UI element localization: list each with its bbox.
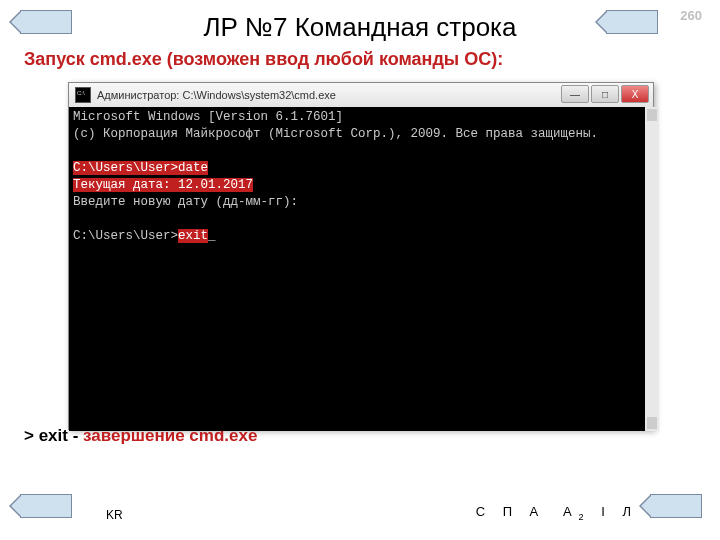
arrow-left-icon <box>606 10 658 34</box>
console-line: Microsoft Windows [Version 6.1.7601] <box>73 110 343 124</box>
cmd-output: Microsoft Windows [Version 6.1.7601] (c)… <box>69 107 659 431</box>
footer-link-a[interactable]: А <box>530 504 539 519</box>
prev-arrow-top[interactable] <box>20 10 72 34</box>
console-line: Введите новую дату (дд-мм-гг): <box>73 195 298 209</box>
console-line: (c) Корпорация Майкрософт (Microsoft Cor… <box>73 127 598 141</box>
footer-link-c[interactable]: С <box>476 504 485 519</box>
footer: KR С П А А2 I Л <box>0 498 720 522</box>
footer-link-i[interactable]: I <box>601 504 605 519</box>
footer-link-a2[interactable]: А2 <box>556 504 584 519</box>
close-button[interactable]: X <box>621 85 649 103</box>
scrollbar[interactable] <box>645 107 659 431</box>
console-highlight: Текущая дата: 12.01.2017 <box>73 178 253 192</box>
console-prompt: C:\Users\User> <box>73 161 178 175</box>
console-prompt: C:\Users\User> <box>73 229 178 243</box>
arrow-left-icon <box>20 10 72 34</box>
console-cmd: date <box>178 161 208 175</box>
footer-a2-sub: 2 <box>579 512 584 522</box>
page-subtitle: Запуск cmd.exe (возможен ввод любой кома… <box>24 49 720 70</box>
cmd-icon <box>75 87 91 103</box>
console-cmd: exit <box>178 229 208 243</box>
console-highlight: C:\Users\User>date <box>73 161 208 175</box>
cursor: _ <box>208 229 216 243</box>
footer-kr[interactable]: KR <box>106 508 123 522</box>
minimize-button[interactable]: — <box>561 85 589 103</box>
cmd-window: Администратор: C:\Windows\system32\cmd.e… <box>68 82 654 430</box>
page-number: 260 <box>680 8 702 23</box>
back-arrow-top[interactable] <box>606 10 658 34</box>
cmd-titlebar: Администратор: C:\Windows\system32\cmd.e… <box>69 83 653 107</box>
footer-letters: С П А А2 I Л <box>469 504 638 522</box>
console-highlight: exit <box>178 229 208 243</box>
footer-link-p[interactable]: П <box>503 504 512 519</box>
cmd-window-title: Администратор: C:\Windows\system32\cmd.e… <box>97 89 336 101</box>
window-controls: — □ X <box>561 85 649 103</box>
footer-link-l[interactable]: Л <box>622 504 631 519</box>
footer-a2-letter: А <box>563 504 572 519</box>
maximize-button[interactable]: □ <box>591 85 619 103</box>
